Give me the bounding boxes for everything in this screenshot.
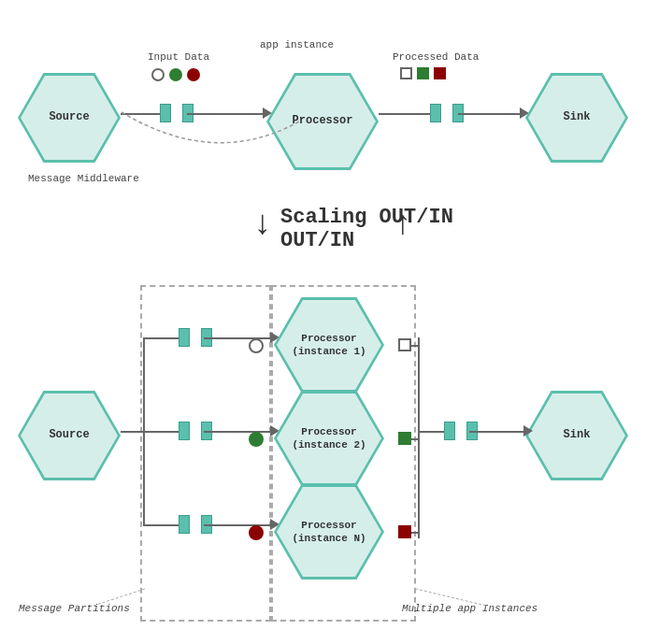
queue-row1 [179,328,212,351]
arrow-bottom-source [121,431,144,433]
message-middleware-label: Message Middleware [28,173,139,184]
arrow-q2-p2 [204,431,274,433]
input-data-label: Input Data [148,51,209,63]
arrow-queue2-to-sink [458,113,523,115]
scaling-label: Scaling OUT/IN OUT/IN [280,206,453,252]
arrow-q1-p1 [204,337,274,339]
app-instance-label: app instance [260,39,334,50]
message-partitions-label: Message Partitions [19,603,130,614]
sq-empty [400,67,412,79]
queue-row3 [179,515,212,538]
queue-row2 [179,422,212,445]
dot-green [169,68,182,81]
hline-sq-row2 [411,438,419,440]
output-queue-bottom [444,422,478,445]
sq-empty-row1 [398,338,411,351]
arrow-down: ↓ [252,206,273,244]
middleware-arc [122,112,439,187]
sq-red [434,67,446,79]
sq-green-row2 [398,432,411,445]
arrow-collect-to-queue [418,431,444,433]
dot-red-row3 [249,525,264,540]
hline-sq-row3 [411,532,419,534]
processed-data-label: Processed Data [393,51,479,63]
dot-empty [151,68,165,81]
hline-row1 [143,337,179,339]
multiple-instances-label: Multiple app Instances [402,603,538,614]
dot-empty-row1 [249,338,264,353]
arrow-q3-p3 [204,524,274,526]
hline-row3 [143,524,179,526]
sq-red-row3 [398,525,411,538]
dot-red [187,68,200,81]
sq-green [417,67,429,79]
diagram: Source Processor Sink Input Data app ins… [0,0,645,644]
ah-to-sink-bottom [523,425,533,436]
arrow-output-queue-to-sink [469,431,527,433]
hline-sq-row1 [411,345,419,347]
dot-green-row2 [249,432,264,447]
hline-row2 [143,431,179,433]
